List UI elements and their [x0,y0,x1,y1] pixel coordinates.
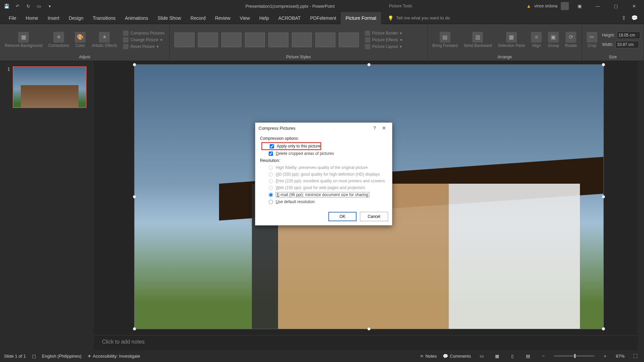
res-default-label: Use default resolution [276,199,315,204]
res-print-label: Print (220 ppi): excellent quality on mo… [276,179,385,183]
dialog-close-icon[interactable]: ✕ [379,125,389,131]
delete-cropped-label: Delete cropped areas of pictures [276,151,334,156]
res-high-radio [269,166,273,170]
dialog-backdrop: Compress Pictures ? ✕ Compression option… [0,0,644,362]
res-high-label: High fidelity: preserves quality of the … [276,165,368,170]
delete-cropped-checkbox[interactable] [269,152,273,156]
apply-only-label: Apply only to this picture [277,144,320,148]
res-default-row[interactable]: Use default resolution [260,198,387,205]
res-hd-label: HD (330 ppi): good quality for high-defi… [276,172,380,177]
res-high-fidelity-row: High fidelity: preserves quality of the … [260,164,387,171]
dialog-title: Compress Pictures [259,126,370,131]
res-default-radio[interactable] [269,200,273,204]
res-email-radio[interactable] [269,193,273,197]
compression-options-label: Compression options: [260,136,387,141]
compress-pictures-dialog: Compress Pictures ? ✕ Compression option… [255,122,392,226]
apply-only-checkbox[interactable] [270,144,274,148]
res-web-row: Web (150 ppi): good for web pages and pr… [260,184,387,191]
cancel-button[interactable]: Cancel [360,212,388,221]
dialog-help-icon[interactable]: ? [370,125,379,131]
res-print-row: Print (220 ppi): excellent quality on mo… [260,178,387,184]
res-hd-radio [269,172,273,177]
dialog-titlebar[interactable]: Compress Pictures ? ✕ [255,123,392,133]
res-web-label: Web (150 ppi): good for web pages and pr… [276,185,365,190]
res-print-radio [269,179,273,183]
res-hd-row: HD (330 ppi): good quality for high-defi… [260,171,387,178]
ok-button[interactable]: OK [328,212,357,221]
res-email-label: E-mail (96 ppi): minimize document size … [276,192,369,197]
apply-only-highlight: Apply only to this picture [261,142,321,150]
res-web-radio [269,186,273,190]
resolution-label: Resolution: [260,158,387,163]
res-email-row[interactable]: E-mail (96 ppi): minimize document size … [260,191,387,198]
